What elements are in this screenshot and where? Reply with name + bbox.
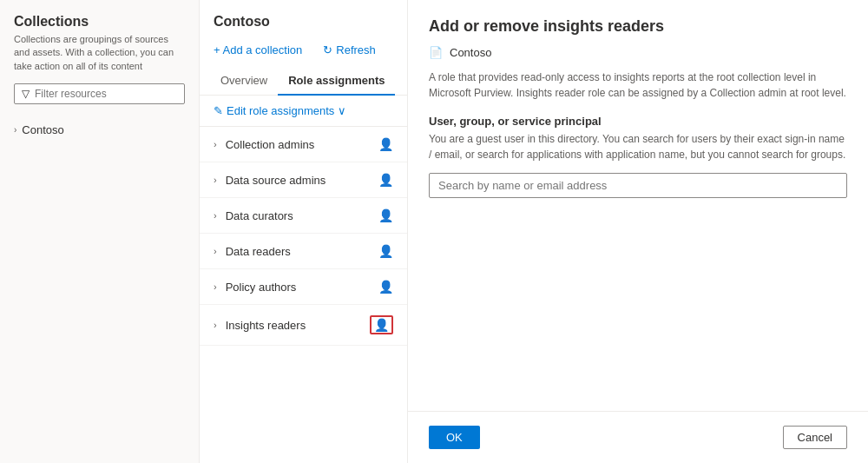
add-user-icon: 👤	[378, 173, 393, 187]
role-item-collection-admins[interactable]: › Collection admins 👤	[200, 127, 407, 162]
section-label: User, group, or service principal	[429, 115, 847, 128]
ok-button[interactable]: OK	[429, 426, 480, 449]
middle-tabs: Overview Role assignments	[200, 67, 407, 96]
right-footer: OK Cancel	[408, 411, 868, 463]
chevron-right-icon: ›	[214, 281, 217, 292]
edit-role-assignments-bar[interactable]: ✎ Edit role assignments ∨	[200, 96, 407, 127]
role-item-policy-authors[interactable]: › Policy authors 👤	[200, 269, 407, 305]
role-label: Data curators	[226, 209, 378, 222]
collection-icon: 📄	[429, 46, 443, 59]
add-collection-button[interactable]: + Add a collection	[210, 40, 306, 60]
chevron-right-icon: ›	[214, 210, 217, 221]
sidebar-item-label: Contoso	[22, 123, 63, 136]
tab-overview[interactable]: Overview	[210, 67, 278, 96]
section-sublabel: You are a guest user in this directory. …	[429, 131, 847, 162]
collection-title: Contoso	[200, 0, 407, 36]
add-user-icon: 👤	[378, 280, 393, 294]
sidebar-item-contoso[interactable]: › Contoso	[0, 118, 199, 142]
add-user-icon-highlighted[interactable]: 👤	[370, 315, 393, 334]
sidebar-title: Collections	[14, 14, 185, 30]
add-user-icon: 👤	[378, 244, 393, 258]
role-label: Policy authors	[226, 281, 378, 294]
right-panel: Add or remove insights readers 📄 Contoso…	[408, 0, 868, 463]
role-label: Data source admins	[226, 174, 378, 187]
refresh-button[interactable]: ↻ Refresh	[319, 40, 379, 60]
filter-resources-box[interactable]: ▽	[14, 83, 185, 104]
chevron-right-icon: ›	[14, 125, 16, 135]
chevron-right-icon: ›	[214, 320, 217, 330]
cancel-button[interactable]: Cancel	[783, 426, 847, 449]
panel-subtitle: 📄 Contoso	[429, 46, 847, 59]
sidebar-tree: › Contoso	[0, 115, 199, 145]
add-user-icon: 👤	[378, 208, 393, 222]
edit-icon: ✎	[214, 104, 223, 117]
footer-actions: OK Cancel	[429, 426, 847, 449]
filter-icon: ▽	[22, 88, 30, 100]
role-item-data-curators[interactable]: › Data curators 👤	[200, 198, 407, 234]
tab-role-assignments[interactable]: Role assignments	[278, 67, 395, 96]
chevron-down-icon: ∨	[338, 104, 346, 117]
role-label: Insights readers	[226, 319, 370, 332]
sidebar-description: Collections are groupings of sources and…	[14, 33, 185, 73]
refresh-icon: ↻	[323, 43, 332, 56]
edit-role-label: Edit role assignments	[227, 104, 334, 117]
collection-name: Contoso	[450, 46, 491, 59]
role-item-data-source-admins[interactable]: › Data source admins 👤	[200, 162, 407, 198]
chevron-right-icon: ›	[214, 246, 217, 256]
add-user-icon: 👤	[378, 137, 393, 151]
middle-panel: Contoso + Add a collection ↻ Refresh Ove…	[200, 0, 408, 463]
role-label: Collection admins	[226, 138, 378, 151]
search-input-wrap	[429, 173, 847, 198]
chevron-right-icon: ›	[214, 139, 217, 149]
search-input[interactable]	[429, 173, 847, 198]
role-label: Data readers	[226, 245, 378, 258]
sidebar: Collections Collections are groupings of…	[0, 0, 200, 463]
panel-title: Add or remove insights readers	[429, 17, 847, 36]
chevron-right-icon: ›	[214, 175, 217, 185]
role-list: › Collection admins 👤 › Data source admi…	[200, 127, 407, 463]
role-item-insights-readers[interactable]: › Insights readers 👤	[200, 305, 407, 346]
role-item-data-readers[interactable]: › Data readers 👤	[200, 234, 407, 269]
sidebar-header: Collections Collections are groupings of…	[0, 0, 199, 115]
filter-resources-input[interactable]	[35, 88, 177, 100]
middle-toolbar: + Add a collection ↻ Refresh	[200, 36, 407, 67]
refresh-label: Refresh	[336, 43, 376, 56]
panel-description: A role that provides read-only access to…	[429, 69, 847, 101]
right-content: Add or remove insights readers 📄 Contoso…	[408, 0, 868, 411]
